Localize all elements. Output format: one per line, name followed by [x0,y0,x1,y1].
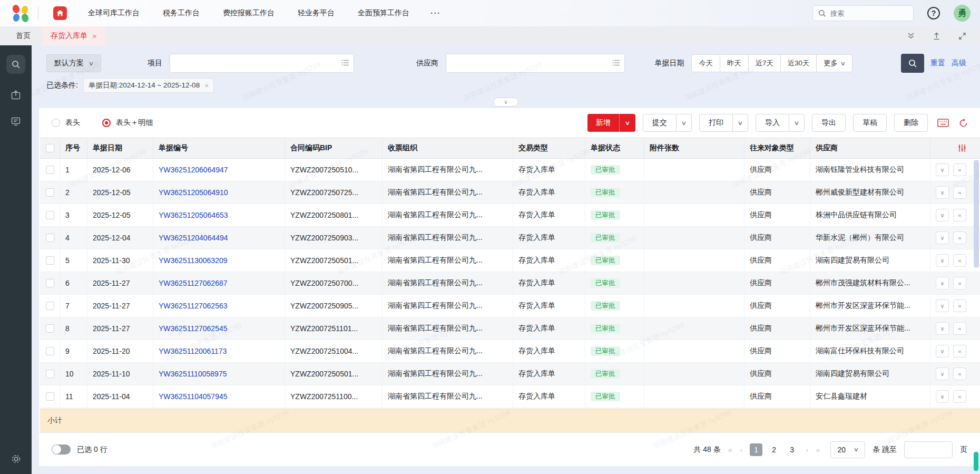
upload-icon[interactable] [933,32,940,40]
row-checkbox[interactable] [46,211,54,219]
first-page-icon[interactable]: « [728,445,732,454]
row-collapse-left-button[interactable]: « [953,299,966,312]
page-scrollbar-thumb[interactable] [974,452,978,471]
refresh-icon[interactable] [958,118,968,128]
fullscreen-icon[interactable] [958,32,966,40]
topnav-item[interactable]: 费控报账工作台 [223,8,275,18]
date-quick-button[interactable]: 近7天 [749,54,781,72]
row-checkbox[interactable] [46,302,54,310]
search-input[interactable] [830,9,899,17]
doc-number-link[interactable]: YW36251205064653 [159,211,228,219]
selection-toggle[interactable] [52,444,71,454]
row-collapse-left-button[interactable]: « [953,345,966,357]
prev-page-icon[interactable]: ‹ [740,445,742,454]
row-expand-button[interactable]: ∨ [936,390,949,403]
row-checkbox[interactable] [46,234,54,242]
next-page-icon[interactable]: › [806,445,808,454]
row-checkbox[interactable] [46,324,54,333]
doc-number-link[interactable]: YW36251205064910 [159,188,228,197]
import-button[interactable]: 导入 ∨ [756,114,805,132]
row-checkbox[interactable] [46,370,54,378]
tab-home[interactable]: 首页 [0,26,42,45]
doc-number-link[interactable]: YW36251120061173 [159,347,227,355]
row-expand-button[interactable]: ∨ [936,231,949,244]
scheme-dropdown[interactable]: 默认方案 ∨ [46,54,101,72]
date-quick-button[interactable]: 今天 [691,54,720,72]
home-icon[interactable] [53,6,67,20]
reset-link[interactable]: 重置 [930,59,945,68]
doc-number-link[interactable]: YW36251130063209 [159,256,228,265]
row-collapse-left-button[interactable]: « [953,254,966,267]
select-all-checkbox[interactable] [46,144,54,152]
doc-number-link[interactable]: YW36251127062545 [159,324,228,333]
last-page-icon[interactable]: » [816,445,820,454]
project-input[interactable] [170,54,354,73]
row-expand-button[interactable]: ∨ [936,299,949,312]
doc-number-link[interactable]: YW36251127062687 [159,279,228,287]
import-dropdown-icon[interactable]: ∨ [789,114,804,131]
doc-number-link[interactable]: YW36251127062563 [159,302,228,310]
advanced-link[interactable]: 高级 [952,59,966,68]
row-checkbox[interactable] [46,347,54,355]
draft-button[interactable]: 草稿 [853,114,887,132]
row-checkbox[interactable] [46,392,54,401]
doc-number-link[interactable]: YW36251206064947 [159,166,228,174]
row-checkbox[interactable] [46,166,54,174]
help-icon[interactable]: ? [927,7,940,20]
row-expand-button[interactable]: ∨ [936,322,949,335]
row-collapse-left-button[interactable]: « [953,277,966,289]
sidebar-search-icon[interactable] [6,55,25,74]
date-more-button[interactable]: 更多∨ [817,54,852,72]
add-button[interactable]: 新增 ∨ [587,114,635,132]
row-collapse-left-button[interactable]: « [953,231,966,244]
user-avatar[interactable]: 勇 [954,5,971,22]
row-checkbox[interactable] [46,256,54,265]
supplier-input[interactable] [446,54,625,73]
tab-inventory-inbound[interactable]: 存货入库单 × [42,26,105,45]
doc-number-link[interactable]: YW36251204064494 [159,234,228,242]
row-expand-button[interactable]: ∨ [936,277,949,289]
topnav-item[interactable]: 税务工作台 [163,8,200,18]
tabs-collapse-icon[interactable] [907,33,915,39]
topnav-item[interactable]: 全面预算工作台 [358,8,409,18]
page-number-1[interactable]: 1 [750,443,762,456]
row-checkbox[interactable] [46,279,54,287]
delete-button[interactable]: 删除 [894,114,928,132]
row-expand-button[interactable]: ∨ [936,186,949,199]
nav-more-button[interactable]: ··· [430,9,441,17]
column-filter-icon[interactable] [958,144,966,152]
topnav-item[interactable]: 全球司库工作台 [88,8,140,18]
sidebar-export-icon[interactable] [11,90,21,100]
row-expand-button[interactable]: ∨ [936,254,949,267]
row-collapse-left-button[interactable]: « [953,322,966,335]
date-quick-button[interactable]: 昨天 [720,54,749,72]
global-search[interactable] [812,5,914,21]
radio-header-detail[interactable]: 表头＋明细 [102,118,153,128]
doc-number-link[interactable]: YW36251104057945 [159,392,228,401]
tab-close-icon[interactable]: × [92,32,97,41]
topnav-item[interactable]: 轻业务平台 [298,8,335,18]
list-picker-icon[interactable] [612,59,621,66]
doc-number-link[interactable]: YW36251110058975 [159,370,227,378]
condition-remove-icon[interactable]: × [204,82,209,90]
date-quick-button[interactable]: 近30天 [781,54,817,72]
row-expand-button[interactable]: ∨ [936,345,949,357]
page-number-2[interactable]: 2 [768,443,780,456]
row-collapse-left-button[interactable]: « [953,209,966,221]
submit-dropdown-icon[interactable]: ∨ [676,114,691,131]
row-expand-button[interactable]: ∨ [936,209,949,221]
row-collapse-left-button[interactable]: « [953,163,966,176]
row-collapse-left-button[interactable]: « [953,186,966,199]
row-checkbox[interactable] [46,188,54,197]
add-dropdown-icon[interactable]: ∨ [619,114,635,132]
print-dropdown-icon[interactable]: ∨ [732,114,748,131]
filter-collapse-button[interactable]: ∨ [493,98,518,107]
settings-gear-icon[interactable] [11,453,22,465]
search-submit-button[interactable] [901,54,924,73]
list-picker-icon[interactable] [341,59,350,66]
jump-page-input[interactable] [904,441,953,458]
submit-button[interactable]: 提交 ∨ [643,114,692,132]
print-button[interactable]: 打印 ∨ [699,114,748,132]
page-number-3[interactable]: 3 [786,443,798,456]
sidebar-message-icon[interactable] [11,116,21,127]
